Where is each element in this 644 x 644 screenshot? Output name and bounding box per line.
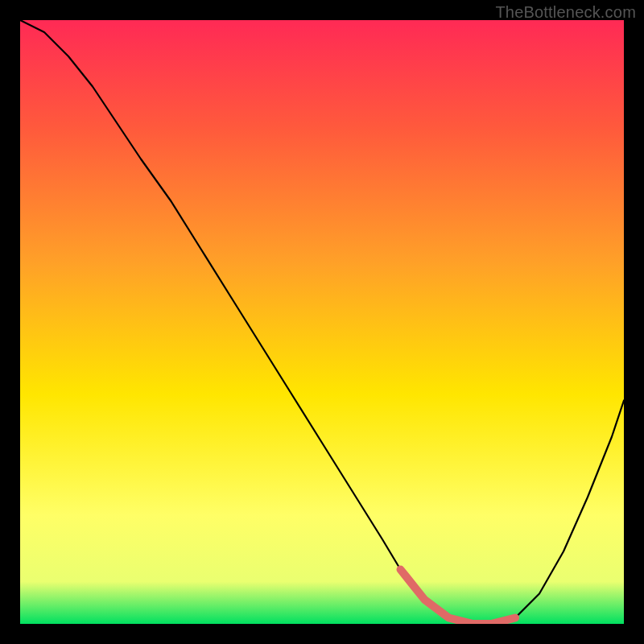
plot-area [20, 20, 624, 624]
bottleneck-chart [20, 20, 624, 624]
gradient-background [20, 20, 624, 624]
watermark-text: TheBottleneck.com [495, 3, 636, 22]
